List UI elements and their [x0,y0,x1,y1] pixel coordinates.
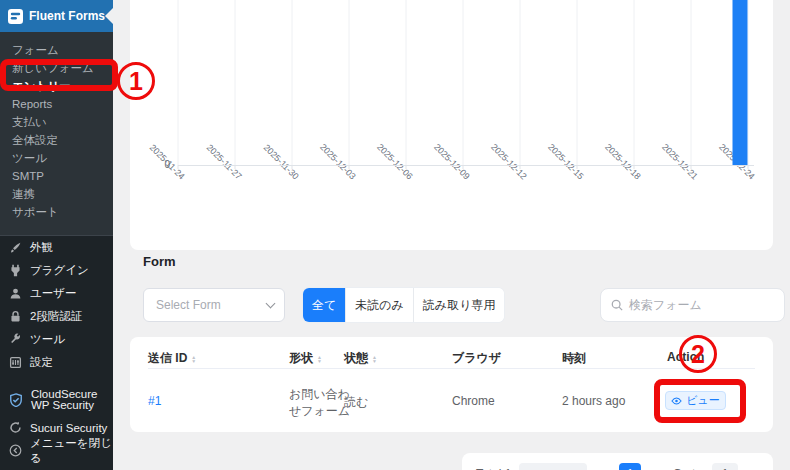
svg-text:2025-12-06: 2025-12-06 [375,142,415,182]
select-form-dropdown[interactable]: Select Form [143,288,285,322]
fluent-forms-submenu: フォーム 新しいフォーム エントリー Reports 支払い 全体設定 ツール … [0,32,113,235]
svg-text:2025-12-12: 2025-12-12 [489,142,529,182]
select-form-placeholder: Select Form [156,298,221,312]
admin-sidebar: Fluent Forms フォーム 新しいフォーム エントリー Reports … [0,0,113,470]
entry-form-name: お問い合わせフォーム [289,386,351,420]
page-number-button[interactable]: 1 [619,463,641,470]
entries-filter-tabs: 全て 未読のみ 読み取り専用 [303,288,504,322]
entry-id-link[interactable]: #1 [148,394,161,408]
tools-icon [9,333,22,346]
table-header-divider [148,368,755,369]
sidebar-item-smtp[interactable]: SMTP [0,167,113,185]
entries-bar-chart: 2025-11-242025-11-272025-11-302025-12-03… [130,0,773,250]
sort-icon[interactable]: ▲▼ [372,355,377,363]
column-header-status[interactable]: 状態 ▲▼ [344,350,377,367]
svg-text:2025-11-30: 2025-11-30 [262,142,301,181]
svg-text:0: 0 [164,159,170,170]
search-input[interactable]: 検索フォーム [600,288,785,322]
sidebar-item-entries[interactable]: エントリー [0,77,113,95]
column-header-submission-id[interactable]: 送信 ID ▲▼ [148,350,196,367]
sidebar-item-tools[interactable]: ツール [0,149,113,167]
sidebar-item-global-settings[interactable]: 全体設定 [0,131,113,149]
form-section-title: Form [143,254,176,269]
entry-time: 2 hours ago [562,394,625,408]
pagination-bar: Total 1 10/page ‹ 1 › Go to 1 [462,453,773,470]
entry-status: 読む [344,394,368,411]
per-page-select[interactable]: 10/page [519,463,587,470]
view-button-label: ビュー [686,393,720,408]
sidebar-item-forms[interactable]: フォーム [0,41,113,59]
tab-read-only[interactable]: 読み取り専用 [414,288,505,322]
sidebar-item-fluent-forms[interactable]: Fluent Forms [0,0,113,32]
svg-text:2025-12-18: 2025-12-18 [603,142,643,182]
sidebar-item-users[interactable]: ユーザー [0,282,113,305]
shield-check-icon [9,393,23,407]
sidebar-item-appearance[interactable]: 外観 [0,236,113,259]
column-header-action: Action [667,350,704,364]
appearance-icon [9,241,22,254]
column-header-browser: ブラウザ [452,350,501,367]
sidebar-app-title: Fluent Forms [29,9,105,23]
sidebar-item-wp-tools[interactable]: ツール [0,328,113,351]
settings-icon [9,356,22,369]
tab-unread-only[interactable]: 未読のみ [346,288,414,322]
eye-icon [671,397,682,405]
svg-text:2025-12-21: 2025-12-21 [660,142,700,182]
svg-text:2025-12-03: 2025-12-03 [318,142,358,182]
sidebar-item-new-form[interactable]: 新しいフォーム [0,59,113,77]
entry-browser: Chrome [452,394,495,408]
sidebar-item-collapse-menu[interactable]: メニューを閉じる [0,439,113,462]
users-icon [9,287,22,300]
search-placeholder: 検索フォーム [629,297,702,314]
sucuri-icon [9,421,22,434]
chevron-down-icon [266,299,276,309]
sort-icon[interactable]: ▲▼ [191,355,196,363]
sidebar-item-plugins[interactable]: プラグイン [0,259,113,282]
column-header-form[interactable]: 形状 ▲▼ [289,350,322,367]
svg-text:2025-11-27: 2025-11-27 [205,142,244,181]
sidebar-item-reports[interactable]: Reports [0,95,113,113]
sidebar-item-cloudsecure[interactable]: CloudSecure WP Security [0,384,113,416]
goto-page-input[interactable]: 1 [712,463,738,470]
svg-text:2025-12-15: 2025-12-15 [546,142,586,182]
fluent-forms-logo-icon [8,9,23,24]
column-header-time: 時刻 [562,350,586,367]
sidebar-item-two-factor[interactable]: 2段階認証 [0,305,113,328]
tab-all[interactable]: 全て [303,288,346,322]
entries-chart-card: 2025-11-242025-11-272025-11-302025-12-03… [130,0,773,250]
svg-text:2025-12-09: 2025-12-09 [432,142,472,182]
lock-icon [9,310,22,323]
entries-table-card: 送信 ID ▲▼ 形状 ▲▼ 状態 ▲▼ ブラウザ 時刻 Action #1 お… [130,337,773,432]
collapse-arrow-icon [9,444,22,457]
current-menu-arrow [105,8,113,24]
sidebar-item-payments[interactable]: 支払い [0,113,113,131]
sidebar-item-settings[interactable]: 設定 [0,351,113,374]
sort-icon[interactable]: ▲▼ [317,355,322,363]
plugin-icon [9,264,22,277]
sidebar-item-integrations[interactable]: 連携 [0,185,113,203]
view-entry-button[interactable]: ビュー [665,391,726,410]
sidebar-item-support[interactable]: サポート [0,203,113,221]
search-icon [611,299,623,311]
